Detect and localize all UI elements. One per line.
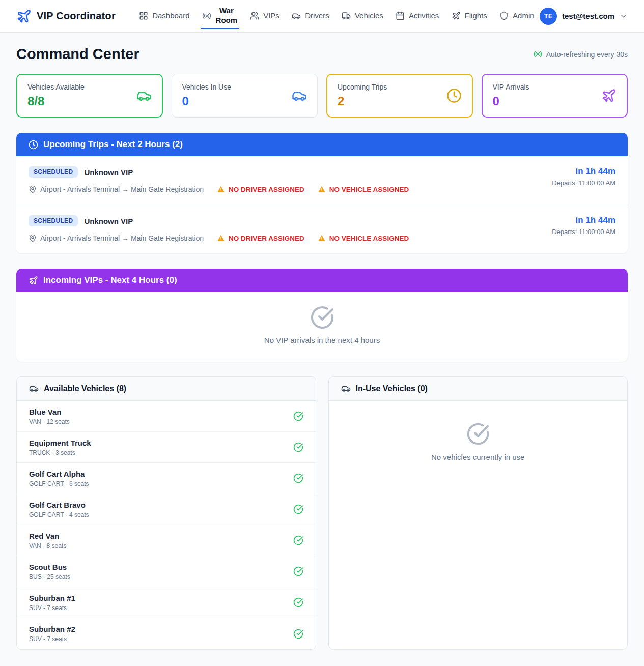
available-vehicles-header: Available Vehicles (8) xyxy=(17,377,316,401)
vehicle-panels: Available Vehicles (8) Blue VanVAN - 12 … xyxy=(16,376,628,650)
stat-label: Vehicles In Use xyxy=(182,83,232,91)
main-nav: Dashboard War Room VIPs Drivers Vehicles… xyxy=(128,3,546,30)
nav-item-drivers[interactable]: Drivers xyxy=(291,8,330,24)
truck-icon xyxy=(342,11,351,20)
in-use-vehicles-header: In-Use Vehicles (0) xyxy=(329,377,628,401)
vehicle-name: Suburban #1 xyxy=(29,594,75,602)
nav-item-flights[interactable]: Flights xyxy=(451,8,488,24)
vehicle-name: Suburban #2 xyxy=(29,625,75,633)
nav-item-admin[interactable]: Admin xyxy=(498,8,536,24)
vehicle-detail: TRUCK - 3 seats xyxy=(29,449,91,456)
nav-item-war-room[interactable]: War Room xyxy=(201,3,239,30)
user-email: test@test.com xyxy=(562,12,614,20)
no-driver-warning: NO DRIVER ASSIGNED xyxy=(217,234,304,242)
vehicle-detail: VAN - 12 seats xyxy=(29,418,70,425)
car-icon xyxy=(292,11,301,20)
vehicle-name: Golf Cart Bravo xyxy=(29,501,89,509)
trip-countdown: in 1h 44m xyxy=(552,166,615,177)
vehicle-name: Red Van xyxy=(29,532,66,540)
vehicle-detail: GOLF CART - 6 seats xyxy=(29,480,89,487)
check-circle-icon xyxy=(293,535,303,545)
warning-triangle-icon xyxy=(217,234,225,242)
incoming-vips-header: Incoming VIPs - Next 4 Hours (0) xyxy=(16,269,628,292)
vehicle-row: Suburban #2SUV - 7 seats xyxy=(17,618,316,649)
vehicle-detail: SUV - 7 seats xyxy=(29,635,75,643)
user-menu[interactable]: TE test@test.com xyxy=(552,8,628,25)
auto-refresh-status: Auto-refreshing every 30s xyxy=(534,50,628,59)
shield-icon xyxy=(499,11,509,20)
vehicle-detail: SUV - 7 seats xyxy=(29,604,75,612)
stat-card-upcoming-trips: Upcoming Trips 2 xyxy=(326,74,473,118)
chevron-down-icon[interactable] xyxy=(620,12,628,20)
warning-triangle-icon xyxy=(217,185,225,193)
nav-label: Drivers xyxy=(305,11,329,20)
nav-item-dashboard[interactable]: Dashboard xyxy=(138,8,190,24)
available-vehicles-panel: Available Vehicles (8) Blue VanVAN - 12 … xyxy=(16,376,316,650)
trip-departure-time: Departs: 11:00:00 AM xyxy=(552,228,615,236)
trip-countdown: in 1h 44m xyxy=(552,215,615,225)
trip-route: Airport - Arrivals Terminal → Main Gate … xyxy=(29,234,204,242)
users-icon xyxy=(250,11,259,20)
nav-item-activities[interactable]: Activities xyxy=(395,8,440,24)
brand-title: VIP Coordinator xyxy=(37,10,116,22)
car-icon xyxy=(29,384,39,393)
live-signal-icon xyxy=(534,50,542,59)
check-circle-icon xyxy=(293,411,303,421)
empty-state-text: No vehicles currently in use xyxy=(329,453,628,461)
calendar-icon xyxy=(396,11,405,20)
vehicle-detail: GOLF CART - 4 seats xyxy=(29,511,89,518)
stat-card-vehicles-available: Vehicles Available 8/8 xyxy=(16,74,163,118)
no-vehicle-warning-text: NO VEHICLE ASSIGNED xyxy=(329,186,409,193)
stat-value: 2 xyxy=(338,94,387,108)
check-circle-icon xyxy=(293,504,303,514)
no-vehicle-warning: NO VEHICLE ASSIGNED xyxy=(318,185,409,193)
check-circle-icon xyxy=(293,597,303,607)
check-circle-icon xyxy=(293,566,303,576)
stat-label: Vehicles Available xyxy=(27,83,85,91)
no-driver-warning-text: NO DRIVER ASSIGNED xyxy=(229,186,304,193)
trip-row: SCHEDULED Unknown VIP Airport - Arrivals… xyxy=(16,156,628,205)
vehicle-row: Equipment TruckTRUCK - 3 seats xyxy=(17,432,316,463)
incoming-vips-section: Incoming VIPs - Next 4 Hours (0) No VIP … xyxy=(16,269,628,362)
car-icon xyxy=(292,88,307,103)
vehicle-name: Golf Cart Alpha xyxy=(29,470,89,478)
main-content: Command Center Auto-refreshing every 30s… xyxy=(0,33,644,663)
trip-vip-name: Unknown VIP xyxy=(84,168,133,177)
check-circle-icon xyxy=(293,442,303,452)
page-title: Command Center xyxy=(16,46,139,63)
empty-state-text: No VIP arrivals in the next 4 hours xyxy=(26,336,618,344)
vehicle-detail: BUS - 25 seats xyxy=(29,573,70,581)
status-badge: SCHEDULED xyxy=(29,215,78,226)
plane-icon xyxy=(29,276,38,285)
map-pin-icon xyxy=(29,185,37,193)
vehicle-name: Equipment Truck xyxy=(29,439,91,447)
stat-value: 0 xyxy=(182,94,232,108)
stat-cards: Vehicles Available 8/8 Vehicles In Use 0… xyxy=(16,74,628,118)
map-pin-icon xyxy=(29,234,37,242)
no-driver-warning: NO DRIVER ASSIGNED xyxy=(217,185,304,193)
avatar[interactable]: TE xyxy=(540,8,557,25)
panel-title: In-Use Vehicles (0) xyxy=(356,384,428,393)
nav-item-vehicles[interactable]: Vehicles xyxy=(341,8,384,24)
nav-label: Activities xyxy=(409,11,439,20)
vehicle-detail: VAN - 8 seats xyxy=(29,542,66,549)
trip-vip-name: Unknown VIP xyxy=(84,217,133,225)
stat-value: 8/8 xyxy=(27,94,85,108)
radio-broadcast-icon xyxy=(202,11,211,20)
plane-icon xyxy=(601,88,617,103)
nav-label: Flights xyxy=(465,11,487,20)
plane-icon xyxy=(452,11,461,20)
trip-route-text: Airport - Arrivals Terminal → Main Gate … xyxy=(40,234,204,242)
nav-item-vips[interactable]: VIPs xyxy=(249,8,281,24)
vehicle-row: Suburban #1SUV - 7 seats xyxy=(17,587,316,618)
no-vehicle-warning: NO VEHICLE ASSIGNED xyxy=(318,234,409,242)
status-badge: SCHEDULED xyxy=(29,166,78,178)
check-circle-icon xyxy=(26,305,618,330)
dashboard-grid-icon xyxy=(139,11,148,20)
nav-label: War Room xyxy=(215,6,238,25)
nav-label: VIPs xyxy=(263,11,279,20)
check-circle-icon xyxy=(293,629,303,639)
check-circle-icon xyxy=(329,422,628,446)
trip-departure-time: Departs: 11:00:00 AM xyxy=(552,179,615,187)
warning-triangle-icon xyxy=(318,185,326,193)
